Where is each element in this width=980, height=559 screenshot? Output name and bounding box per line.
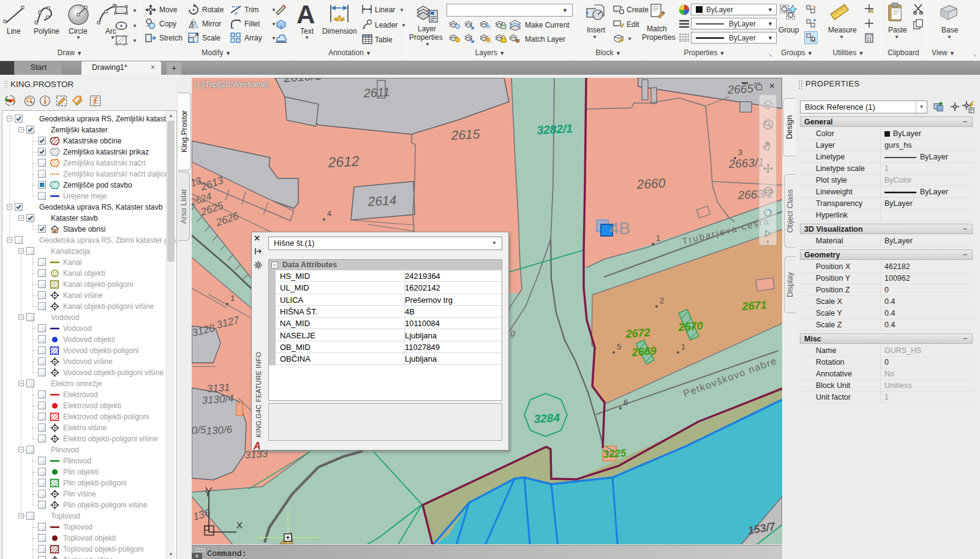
svg-text:1: 1 xyxy=(681,342,685,351)
svg-text:130/6: 130/6 xyxy=(206,424,233,437)
svg-text:4: 4 xyxy=(327,209,331,218)
svg-text:2672: 2672 xyxy=(625,326,650,340)
svg-text:4B: 4B xyxy=(609,219,630,238)
svg-text:X: X xyxy=(236,520,243,530)
svg-text:g: g xyxy=(510,327,516,338)
svg-text:5: 5 xyxy=(617,342,621,351)
svg-text:2670: 2670 xyxy=(677,319,703,333)
svg-text:0/5: 0/5 xyxy=(192,424,206,436)
svg-text:3284: 3284 xyxy=(533,411,560,425)
svg-text:2669: 2669 xyxy=(631,344,657,359)
svg-text:2660: 2660 xyxy=(636,176,666,191)
svg-text:2612: 2612 xyxy=(327,153,360,170)
svg-text:3130/4: 3130/4 xyxy=(202,392,234,406)
svg-text:3: 3 xyxy=(738,148,742,157)
svg-text:1: 1 xyxy=(656,234,660,243)
svg-text:Y: Y xyxy=(205,488,211,498)
svg-text:2614: 2614 xyxy=(367,193,397,208)
svg-text:3282/1: 3282/1 xyxy=(537,122,573,137)
svg-text:3225: 3225 xyxy=(603,447,627,460)
svg-text:6: 6 xyxy=(624,398,628,407)
svg-text:2611: 2611 xyxy=(363,85,390,100)
svg-text:2615: 2615 xyxy=(450,127,480,142)
svg-text:1: 1 xyxy=(230,294,235,303)
svg-text:2: 2 xyxy=(660,296,664,305)
svg-text:2671: 2671 xyxy=(741,299,767,313)
